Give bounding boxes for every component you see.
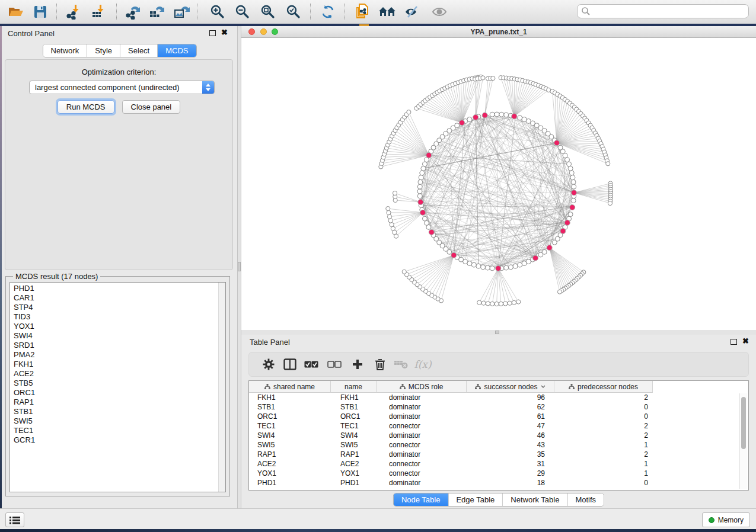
mcds-result-item[interactable]: ORC1 [10, 388, 225, 398]
network-node[interactable] [467, 117, 472, 121]
table-row[interactable]: RAP1RAP1dominator352 [249, 450, 740, 459]
mcds-hub-node[interactable] [420, 210, 426, 215]
network-node[interactable] [418, 180, 423, 184]
satellite-node[interactable] [608, 201, 612, 205]
network-node[interactable] [567, 162, 572, 166]
vertical-splitter-handle[interactable] [238, 262, 241, 271]
mcds-result-item[interactable]: GCR1 [10, 435, 225, 445]
network-node[interactable] [569, 171, 574, 175]
column-header-mcds-role[interactable]: MCDS role [377, 381, 467, 393]
satellite-node[interactable] [388, 219, 393, 223]
network-node[interactable] [522, 261, 527, 266]
table-row[interactable]: SWI5SWI5connector431 [249, 440, 740, 450]
satellite-node[interactable] [499, 302, 503, 306]
toolbar-search-input[interactable] [591, 7, 748, 16]
zoom-fit-button[interactable] [257, 2, 279, 21]
table-row[interactable]: STB1STB1dominator620 [249, 402, 740, 412]
network-node[interactable] [481, 265, 486, 270]
network-node[interactable] [570, 175, 575, 180]
delete-table-button[interactable] [391, 352, 412, 376]
export-table-button[interactable] [146, 2, 168, 21]
memory-button[interactable]: Memory [702, 512, 750, 527]
network-node[interactable] [490, 266, 495, 271]
satellite-node[interactable] [606, 162, 610, 166]
network-node[interactable] [568, 166, 573, 171]
network-node[interactable] [485, 265, 490, 270]
network-node[interactable] [490, 112, 495, 117]
mcds-hub-node[interactable] [547, 245, 552, 251]
mcds-result-item[interactable]: PMA2 [10, 350, 225, 360]
zoom-selected-button[interactable] [282, 2, 305, 21]
satellite-node[interactable] [481, 301, 486, 305]
function-builder-button[interactable]: f(x) [413, 352, 433, 376]
mcds-result-item[interactable]: FKH1 [10, 360, 225, 369]
network-node[interactable] [538, 252, 543, 257]
tab-mcds[interactable]: MCDS [158, 44, 196, 57]
horizontal-splitter[interactable] [241, 330, 756, 335]
table-row[interactable]: SWI4SWI4dominator462 [249, 431, 740, 440]
satellite-node[interactable] [557, 290, 562, 294]
network-node[interactable] [471, 262, 476, 267]
save-session-button[interactable] [29, 2, 52, 21]
network-node[interactable] [499, 112, 504, 117]
table-scrollbar-thumb[interactable] [741, 397, 746, 449]
network-node[interactable] [518, 262, 522, 267]
satellite-node[interactable] [508, 301, 512, 305]
run-mcds-button[interactable]: Run MCDS [58, 100, 114, 114]
network-node[interactable] [419, 175, 423, 180]
table-row[interactable]: PHD1PHD1dominator180 [249, 478, 740, 488]
mcds-hub-node[interactable] [418, 200, 423, 205]
mcds-result-item[interactable]: STB5 [10, 379, 225, 388]
task-history-button[interactable] [5, 512, 24, 527]
satellite-node[interactable] [491, 76, 495, 81]
table-settings-button[interactable] [259, 352, 279, 376]
network-canvas[interactable] [241, 38, 756, 330]
open-session-button[interactable] [5, 2, 27, 21]
mcds-result-item[interactable]: STP4 [10, 303, 225, 312]
table-row[interactable]: ACE2ACE2connector311 [249, 459, 740, 469]
network-node[interactable] [455, 123, 460, 128]
network-node[interactable] [508, 265, 513, 270]
satellite-node[interactable] [495, 302, 499, 306]
table-row[interactable]: FKH1FKH1dominator962 [249, 393, 740, 402]
satellite-node[interactable] [486, 302, 490, 306]
network-node[interactable] [568, 212, 573, 217]
network-node[interactable] [421, 166, 426, 171]
mcds-result-item[interactable]: SWI5 [10, 416, 225, 426]
toolbar-search[interactable] [577, 4, 749, 18]
table-row[interactable]: TEC1TEC1connector472 [249, 421, 740, 431]
hide-selected-button[interactable] [401, 2, 423, 21]
clone-network-button[interactable] [351, 2, 374, 21]
zoom-in-button[interactable] [206, 2, 229, 21]
mcds-result-item[interactable]: TID3 [10, 312, 225, 322]
mcds-hub-node[interactable] [571, 190, 576, 196]
mcds-result-item[interactable]: ACE2 [10, 369, 225, 379]
horizontal-splitter-handle[interactable] [495, 331, 499, 334]
mcds-result-item[interactable]: SWI4 [10, 331, 225, 341]
tab-style[interactable]: Style [87, 44, 120, 57]
first-neighbors-button[interactable] [376, 2, 398, 21]
mcds-hub-node[interactable] [560, 228, 566, 233]
close-panel-icon[interactable]: ✖ [221, 28, 228, 37]
mcds-hub-node[interactable] [570, 205, 575, 210]
column-header-name[interactable]: name [331, 381, 377, 393]
network-node[interactable] [422, 216, 427, 221]
table-row[interactable]: YOX1YOX1connector291 [249, 469, 740, 478]
mcds-result-list[interactable]: PHD1CAR1STP4TID3YOX1SWI4SRD1PMA2FKH1ACE2… [9, 282, 226, 492]
show-all-button[interactable] [428, 2, 451, 21]
mcds-hub-node[interactable] [459, 120, 464, 126]
optimization-criterion-select[interactable]: largest connected component (undirected) [29, 81, 215, 94]
network-node[interactable] [417, 189, 422, 194]
mcds-hub-node[interactable] [533, 255, 538, 261]
network-node[interactable] [504, 265, 509, 270]
satellite-node[interactable] [503, 302, 508, 306]
network-node[interactable] [571, 180, 576, 184]
mcds-hub-node[interactable] [482, 113, 487, 118]
deselect-all-button[interactable] [324, 352, 344, 376]
column-header-predecessor-nodes[interactable]: predecessor nodes [554, 381, 653, 393]
float-table-panel-icon[interactable] [731, 339, 737, 345]
delete-column-button[interactable] [370, 352, 390, 376]
satellite-node[interactable] [512, 300, 516, 305]
network-node[interactable] [518, 116, 522, 120]
export-network-button[interactable] [122, 2, 145, 21]
